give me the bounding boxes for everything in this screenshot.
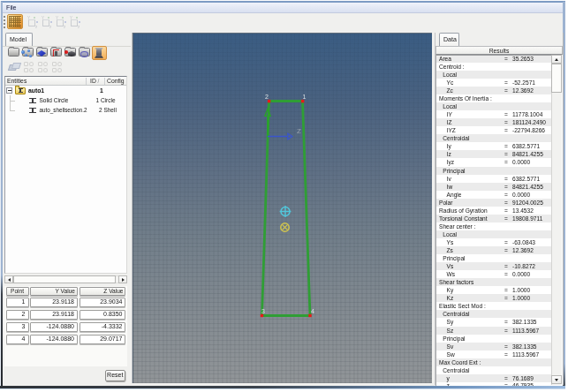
svg-text:4: 4 [311,308,314,314]
svg-text:Z: Z [297,127,301,135]
svg-text:1: 1 [303,94,307,100]
svg-text:2: 2 [265,94,269,100]
svg-text:3: 3 [261,308,265,314]
